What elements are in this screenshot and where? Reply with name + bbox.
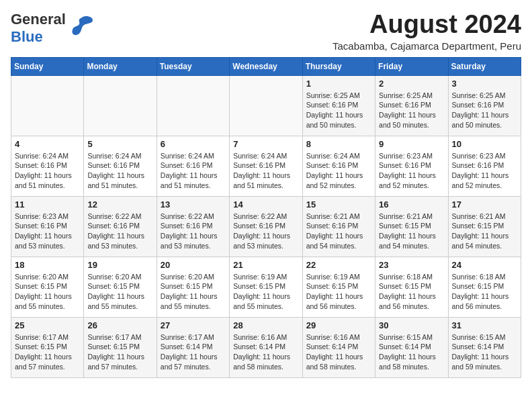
- daylight-text: Daylight: 11 hours and 52 minutes.: [452, 171, 509, 189]
- sunrise-text: Sunrise: 6:25 AM: [306, 91, 360, 99]
- sunrise-text: Sunrise: 6:23 AM: [15, 212, 69, 220]
- day-info: Sunrise: 6:17 AMSunset: 6:15 PMDaylight:…: [15, 332, 80, 372]
- day-number: 28: [233, 320, 298, 330]
- day-info: Sunrise: 6:24 AMSunset: 6:16 PMDaylight:…: [87, 151, 152, 191]
- sunset-text: Sunset: 6:16 PM: [15, 161, 67, 169]
- sunrise-text: Sunrise: 6:20 AM: [15, 273, 69, 281]
- daylight-text: Daylight: 11 hours and 56 minutes.: [306, 292, 363, 310]
- weekday-header-wednesday: Wednesday: [230, 57, 302, 75]
- day-info: Sunrise: 6:20 AMSunset: 6:15 PMDaylight:…: [87, 272, 152, 312]
- day-info: Sunrise: 6:22 AMSunset: 6:16 PMDaylight:…: [161, 212, 226, 251]
- sunset-text: Sunset: 6:16 PM: [161, 161, 213, 169]
- sunrise-text: Sunrise: 6:23 AM: [452, 152, 506, 160]
- day-number: 24: [452, 260, 517, 270]
- day-number: 22: [306, 260, 371, 270]
- daylight-text: Daylight: 11 hours and 54 minutes.: [306, 232, 363, 250]
- sunset-text: Sunset: 6:16 PM: [452, 161, 504, 169]
- calendar-week-row: 11Sunrise: 6:23 AMSunset: 6:16 PMDayligh…: [11, 196, 521, 257]
- day-number: 7: [233, 139, 298, 149]
- calendar-cell: [11, 75, 84, 136]
- sunrise-text: Sunrise: 6:19 AM: [306, 273, 360, 281]
- sunset-text: Sunset: 6:15 PM: [87, 282, 140, 290]
- sunrise-text: Sunrise: 6:20 AM: [87, 273, 141, 281]
- sunset-text: Sunset: 6:14 PM: [233, 342, 285, 351]
- weekday-header-thursday: Thursday: [302, 57, 375, 75]
- daylight-text: Daylight: 11 hours and 51 minutes.: [233, 171, 290, 189]
- day-number: 19: [87, 260, 152, 270]
- day-info: Sunrise: 6:24 AMSunset: 6:16 PMDaylight:…: [233, 151, 298, 191]
- day-info: Sunrise: 6:24 AMSunset: 6:16 PMDaylight:…: [161, 151, 226, 191]
- calendar-cell: 1Sunrise: 6:25 AMSunset: 6:16 PMDaylight…: [302, 75, 375, 136]
- sunset-text: Sunset: 6:15 PM: [452, 282, 504, 290]
- day-info: Sunrise: 6:17 AMSunset: 6:15 PMDaylight:…: [87, 332, 152, 372]
- daylight-text: Daylight: 11 hours and 58 minutes.: [306, 353, 363, 371]
- daylight-text: Daylight: 11 hours and 56 minutes.: [452, 292, 509, 310]
- sunrise-text: Sunrise: 6:24 AM: [87, 152, 141, 160]
- logo-blue: Blue: [11, 28, 43, 45]
- day-number: 5: [87, 139, 152, 149]
- day-info: Sunrise: 6:23 AMSunset: 6:16 PMDaylight:…: [452, 151, 517, 191]
- day-number: 2: [379, 79, 444, 89]
- day-number: 14: [233, 199, 298, 210]
- day-info: Sunrise: 6:20 AMSunset: 6:15 PMDaylight:…: [161, 272, 226, 312]
- title-block: August 2024 Tacabamba, Cajamarca Departm…: [332, 11, 521, 52]
- sunset-text: Sunset: 6:14 PM: [161, 342, 213, 351]
- day-number: 27: [161, 320, 226, 330]
- sunset-text: Sunset: 6:14 PM: [452, 342, 504, 351]
- daylight-text: Daylight: 11 hours and 55 minutes.: [161, 292, 218, 310]
- sunset-text: Sunset: 6:15 PM: [87, 342, 140, 351]
- sunrise-text: Sunrise: 6:21 AM: [379, 212, 433, 220]
- day-info: Sunrise: 6:16 AMSunset: 6:14 PMDaylight:…: [233, 332, 298, 372]
- daylight-text: Daylight: 11 hours and 55 minutes.: [233, 292, 290, 310]
- sunset-text: Sunset: 6:16 PM: [233, 161, 285, 169]
- day-number: 23: [379, 260, 444, 270]
- calendar-cell: 10Sunrise: 6:23 AMSunset: 6:16 PMDayligh…: [448, 136, 521, 196]
- calendar-cell: 25Sunrise: 6:17 AMSunset: 6:15 PMDayligh…: [11, 317, 84, 377]
- sunset-text: Sunset: 6:16 PM: [379, 161, 431, 169]
- day-info: Sunrise: 6:20 AMSunset: 6:15 PMDaylight:…: [15, 272, 80, 312]
- sunset-text: Sunset: 6:16 PM: [306, 101, 359, 109]
- sunrise-text: Sunrise: 6:20 AM: [161, 273, 214, 281]
- day-info: Sunrise: 6:18 AMSunset: 6:15 PMDaylight:…: [452, 272, 517, 312]
- day-number: 9: [379, 139, 444, 149]
- daylight-text: Daylight: 11 hours and 56 minutes.: [379, 292, 436, 310]
- weekday-header-sunday: Sunday: [11, 57, 84, 75]
- logo-general: General: [11, 11, 66, 28]
- daylight-text: Daylight: 11 hours and 50 minutes.: [306, 111, 363, 129]
- sunrise-text: Sunrise: 6:18 AM: [452, 273, 506, 281]
- sunset-text: Sunset: 6:15 PM: [161, 282, 213, 290]
- calendar-cell: 19Sunrise: 6:20 AMSunset: 6:15 PMDayligh…: [84, 257, 157, 317]
- sunset-text: Sunset: 6:16 PM: [306, 222, 359, 230]
- day-number: 1: [306, 79, 371, 89]
- daylight-text: Daylight: 11 hours and 52 minutes.: [379, 171, 436, 189]
- sunset-text: Sunset: 6:15 PM: [379, 282, 431, 290]
- daylight-text: Daylight: 11 hours and 54 minutes.: [379, 232, 436, 250]
- day-number: 15: [306, 199, 371, 210]
- daylight-text: Daylight: 11 hours and 58 minutes.: [379, 353, 436, 371]
- daylight-text: Daylight: 11 hours and 50 minutes.: [452, 111, 509, 129]
- sunset-text: Sunset: 6:16 PM: [306, 161, 359, 169]
- sunset-text: Sunset: 6:16 PM: [379, 101, 431, 109]
- daylight-text: Daylight: 11 hours and 51 minutes.: [87, 171, 144, 189]
- calendar-cell: 18Sunrise: 6:20 AMSunset: 6:15 PMDayligh…: [11, 257, 84, 317]
- calendar-cell: 9Sunrise: 6:23 AMSunset: 6:16 PMDaylight…: [375, 136, 448, 196]
- day-number: 30: [379, 320, 444, 330]
- day-number: 21: [233, 260, 298, 270]
- day-info: Sunrise: 6:22 AMSunset: 6:16 PMDaylight:…: [233, 212, 298, 251]
- calendar-cell: 23Sunrise: 6:18 AMSunset: 6:15 PMDayligh…: [375, 257, 448, 317]
- weekday-header-monday: Monday: [84, 57, 157, 75]
- calendar-cell: 31Sunrise: 6:15 AMSunset: 6:14 PMDayligh…: [448, 317, 521, 377]
- sunrise-text: Sunrise: 6:25 AM: [379, 91, 433, 99]
- day-number: 20: [161, 260, 226, 270]
- day-number: 31: [452, 320, 517, 330]
- page-header: General Blue August 2024 Tacabamba, Caja…: [11, 11, 521, 52]
- day-info: Sunrise: 6:16 AMSunset: 6:14 PMDaylight:…: [306, 332, 371, 372]
- day-info: Sunrise: 6:25 AMSunset: 6:16 PMDaylight:…: [306, 91, 371, 130]
- calendar-cell: 13Sunrise: 6:22 AMSunset: 6:16 PMDayligh…: [157, 196, 229, 257]
- calendar-cell: [230, 75, 302, 136]
- sunrise-text: Sunrise: 6:23 AM: [379, 152, 433, 160]
- calendar-cell: 24Sunrise: 6:18 AMSunset: 6:15 PMDayligh…: [448, 257, 521, 317]
- calendar-cell: 28Sunrise: 6:16 AMSunset: 6:14 PMDayligh…: [230, 317, 302, 377]
- weekday-header-friday: Friday: [375, 57, 448, 75]
- day-number: 13: [161, 199, 226, 210]
